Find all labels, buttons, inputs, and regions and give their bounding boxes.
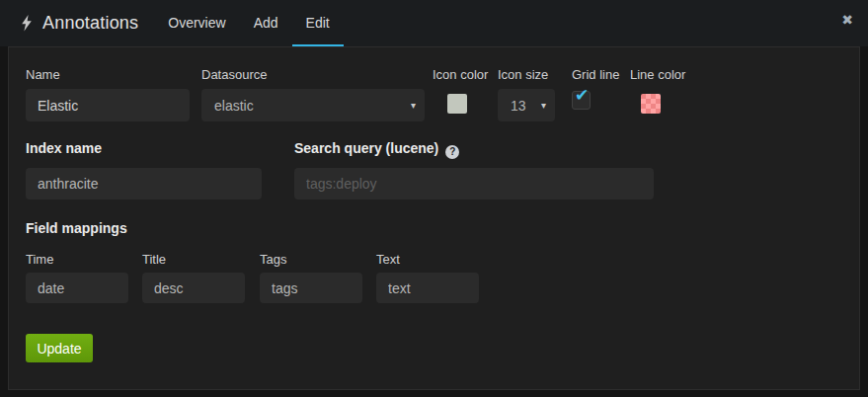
dialog-header: Annotations Overview Add Edit ✖ [0,0,868,46]
tags-field-input[interactable] [260,273,362,303]
datasource-label: Datasource [201,67,267,82]
icon-size-select[interactable]: 13 ▾ [498,89,555,121]
icon-color-label: Icon color [433,67,488,82]
tags-field-label: Tags [260,252,286,267]
icon-size-selected-value: 13 [498,98,541,114]
field-mappings-title: Field mappings [26,220,127,236]
search-query-input[interactable] [294,168,654,199]
time-field-input[interactable] [26,273,128,303]
icon-color-swatch[interactable] [447,94,467,114]
name-label: Name [26,67,60,82]
checkmark-icon: ✔ [575,85,589,106]
tab-add[interactable]: Add [240,0,292,46]
datasource-select[interactable]: elastic ▾ [201,89,425,121]
dialog-title: Annotations [33,0,138,46]
grid-line-label: Grid line [572,67,619,82]
close-icon[interactable]: ✖ [841,13,853,27]
update-button[interactable]: Update [26,334,93,362]
tab-edit[interactable]: Edit [292,0,344,46]
grid-line-checkbox[interactable]: ✔ [572,91,591,110]
search-query-label-text: Search query (lucene) [294,140,438,156]
help-icon[interactable]: ? [445,145,459,159]
line-color-swatch[interactable] [641,94,661,114]
index-name-input[interactable] [26,168,262,199]
index-name-label: Index name [26,140,102,156]
chevron-down-icon: ▾ [541,100,555,111]
name-input[interactable] [26,89,190,121]
text-field-label: Text [376,252,400,267]
time-field-label: Time [26,252,53,267]
text-field-input[interactable] [376,273,479,303]
chevron-down-icon: ▾ [411,100,425,111]
datasource-selected-value: elastic [201,98,411,114]
bolt-icon [0,0,33,46]
search-query-label: Search query (lucene)? [294,140,459,159]
line-color-label: Line color [630,67,685,82]
tab-overview[interactable]: Overview [154,0,239,46]
annotation-edit-form: Name Datasource Icon color Icon size Gri… [8,46,860,390]
tabs: Overview Add Edit [154,0,343,46]
icon-size-label: Icon size [498,67,548,82]
title-field-label: Title [142,252,166,267]
title-field-input[interactable] [142,273,245,303]
